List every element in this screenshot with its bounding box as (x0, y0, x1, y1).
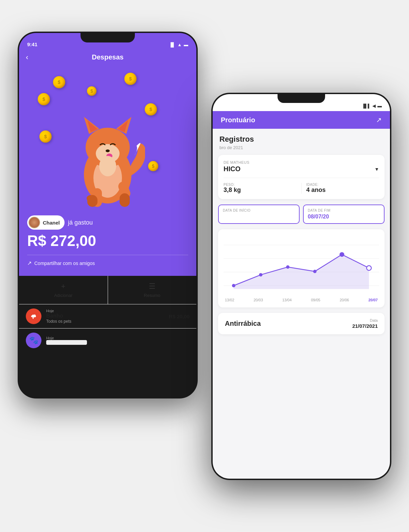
coin-1 (53, 76, 65, 88)
transaction-item-1[interactable]: Hoje Banho Todos os pets R$ 20,00 (19, 304, 196, 329)
x-axis-labels: 13/02 20/03 13/04 09/05 20/06 20/07 (224, 296, 379, 302)
header-phone1: ‹ Despesas (19, 50, 196, 66)
summary-button[interactable]: ☰ Resumo (108, 276, 197, 304)
pet-weight-stat: PESO: 3,8 kg (224, 183, 301, 194)
trans-name-2 (46, 340, 87, 345)
coin-6 (148, 161, 158, 171)
date-start-field[interactable]: Data de Início (218, 205, 300, 224)
pet-selector-row[interactable]: HICO ▼ (224, 165, 379, 178)
trans-sub-1: Todos os pets (46, 319, 164, 324)
date-range-row: Data de Início Data de Fim 08/07/20 (218, 205, 385, 224)
vaccine-card: Antirrábica Data 21/07/2021 (218, 313, 385, 334)
status-bar-phone1: 9:41 ▐▌ ▲ ▬ (19, 33, 196, 50)
svg-point-8 (106, 149, 110, 152)
battery-icon1: ▬ (184, 42, 188, 47)
coin-5 (39, 130, 52, 143)
status-icons1: ▐▌ ▲ ▬ (169, 42, 188, 47)
add-label: Adicionar (54, 293, 72, 298)
pet-chip-name: Chanel (43, 220, 60, 226)
svg-point-15 (87, 195, 95, 202)
vaccine-name: Antirrábica (225, 320, 261, 327)
pet-age-stat: IDADE: 4 anos (301, 183, 379, 194)
chart-container: 13/02 20/03 13/04 09/05 20/06 20/07 (218, 229, 385, 307)
pet-chip[interactable]: Chanel (27, 215, 65, 230)
share-icon: ↗ (27, 260, 32, 266)
weight-label: PESO: (224, 183, 297, 187)
status-time1: 9:41 (27, 41, 37, 47)
hero-area (19, 66, 196, 209)
pet-owner-label: DE MATHEUS (224, 160, 379, 164)
transaction-info-2: Hoje (46, 336, 190, 345)
weight-value: 3,8 kg (224, 187, 297, 194)
page-title-phone2: Prontuário (221, 116, 255, 124)
phone2-device: ▐▌▌ ◀ ▬ Prontuário ↗ Registros bro de 20… (211, 93, 391, 480)
phone1-device: 9:41 ▐▌ ▲ ▬ ‹ Despesas (18, 32, 198, 398)
vaccine-date-container: Data 21/07/2021 (352, 318, 378, 329)
x-label-3: 09/05 (311, 298, 320, 302)
svg-point-23 (313, 270, 317, 273)
chart-svg (224, 235, 379, 296)
date-end-value: 08/07/20 (308, 214, 380, 220)
expense-amount: R$ 272,00 (27, 232, 188, 249)
share-button2[interactable]: ↗ (376, 116, 382, 124)
coin-2 (124, 73, 137, 85)
notch2 (278, 94, 325, 103)
x-label-5: 20/07 (368, 298, 378, 302)
signal-icon2: ▐▌▌ (362, 104, 371, 108)
share-row[interactable]: ↗ Compartilhar com os amigos (27, 255, 188, 266)
pet-name-large: HICO (224, 165, 241, 173)
section-title2: Registros (213, 129, 390, 145)
dropdown-arrow-icon[interactable]: ▼ (374, 166, 379, 172)
transaction-info-1: Hoje Banho Todos os pets (46, 309, 164, 324)
svg-point-20 (232, 284, 235, 287)
pet-spent-area: Chanel já gastou R$ 272,00 ↗ Compartilha… (19, 209, 196, 276)
trans-name-1: Banho (46, 313, 164, 319)
x-label-1: 20/03 (253, 298, 263, 302)
fox-illustration (70, 107, 145, 209)
svg-point-24 (340, 252, 344, 257)
trans-date-1: Hoje (46, 309, 164, 313)
svg-point-22 (286, 265, 289, 269)
chart-area (224, 235, 379, 296)
trans-amount-1: R$ 20,00 (169, 314, 190, 319)
add-button[interactable]: + Adicionar (19, 276, 108, 304)
section-sub2: bro de 2021 (213, 145, 390, 155)
plus-icon: + (61, 282, 66, 291)
svg-point-21 (259, 273, 263, 277)
x-label-2: 13/04 (282, 298, 292, 302)
coin-7 (87, 86, 96, 96)
signal-icon1: ▐▌ (169, 42, 175, 47)
x-label-4: 20/06 (340, 298, 349, 302)
pet-selector-card: DE MATHEUS HICO ▼ PESO: 3,8 kg IDADE: (218, 155, 385, 199)
summary-label: Resumo (144, 293, 160, 298)
svg-point-25 (367, 266, 371, 270)
status-bar-phone2: ▐▌▌ ◀ ▬ (213, 94, 390, 111)
date-end-label: Data de Fim (308, 209, 380, 212)
age-label: IDADE: (306, 183, 379, 187)
pet-icon: 🐾 (29, 336, 38, 345)
date-start-label: Data de Início (223, 209, 295, 212)
share-label: Compartilhar com os amigos (34, 261, 95, 266)
trans-date-2: Hoje (46, 336, 190, 340)
status-icons2: ▐▌▌ ◀ ▬ (362, 103, 382, 108)
battery-icon2: ▬ (377, 103, 382, 108)
x-label-0: 13/02 (225, 298, 234, 302)
vaccine-date: 21/07/2021 (352, 323, 378, 329)
page-title-phone1: Despesas (92, 53, 123, 61)
action-buttons: + Adicionar ☰ Resumo (19, 276, 196, 304)
pet-avatar (29, 217, 40, 228)
date-end-field[interactable]: Data de Fim 08/07/20 (303, 205, 385, 224)
age-value: 4 anos (306, 187, 379, 194)
notch1 (81, 33, 135, 42)
wifi-icon1: ▲ (177, 42, 182, 47)
spent-text: já gastou (68, 219, 93, 226)
wifi-icon2: ◀ (372, 103, 376, 108)
list-icon: ☰ (149, 282, 156, 291)
vaccine-date-label: Data (352, 318, 378, 322)
coin-3 (38, 93, 50, 105)
coin-4 (145, 103, 157, 116)
transaction-icon-2: 🐾 (26, 333, 41, 348)
transaction-item-2[interactable]: 🐾 Hoje (19, 329, 196, 352)
back-button[interactable]: ‹ (26, 53, 28, 62)
svg-point-14 (99, 156, 116, 176)
